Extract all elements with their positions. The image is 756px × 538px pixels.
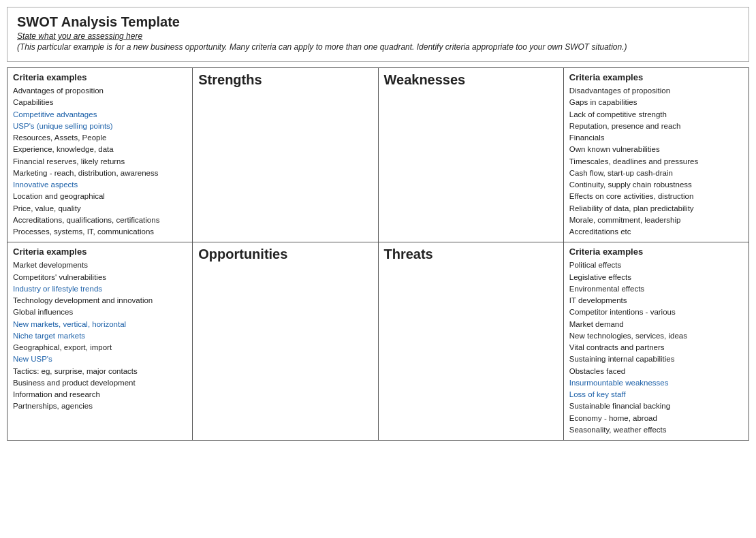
header-section: SWOT Analysis Template State what you ar… (7, 7, 749, 62)
list-item: Price, value, quality (13, 203, 187, 215)
list-item: Technology development and innovation (13, 295, 187, 306)
list-item: Information and research (13, 389, 187, 400)
list-item: Timescales, deadlines and pressures (569, 156, 743, 168)
swot-table: Criteria examples Advantages of proposit… (7, 67, 749, 441)
weaknesses-criteria-list: Disadvantages of propositionGaps in capa… (569, 85, 743, 238)
list-item: Political effects (569, 259, 743, 271)
strengths-criteria-cell: Criteria examples Advantages of proposit… (7, 68, 193, 242)
threats-criteria-list: Political effectsLegislative effectsEnvi… (569, 259, 743, 436)
list-item: Sustainable financial backing (569, 400, 743, 412)
list-item: Legislative effects (569, 272, 743, 283)
opportunities-cell: Opportunities (193, 242, 378, 441)
list-item: Competitor intentions - various (569, 306, 743, 318)
threats-cell: Threats (378, 242, 563, 441)
list-item: Economy - home, abroad (569, 413, 743, 424)
page-title: SWOT Analysis Template (17, 14, 739, 30)
list-item: Partnerships, agencies (13, 400, 187, 412)
opportunities-criteria-cell: Criteria examples Market developmentsCom… (7, 242, 193, 441)
list-item: Geographical, export, import (13, 342, 187, 353)
list-item: Financials (569, 132, 743, 144)
list-item: Seasonality, weather effects (569, 424, 743, 436)
list-item: Marketing - reach, distribution, awarene… (13, 168, 187, 179)
strengths-cell: Strengths (193, 68, 378, 242)
strengths-weaknesses-row: Criteria examples Advantages of proposit… (7, 68, 749, 242)
list-item: Reliability of data, plan predictability (569, 203, 743, 215)
list-item: Global influences (13, 306, 187, 318)
list-item: Location and geographical (13, 191, 187, 202)
list-item: Morale, commitment, leadership (569, 215, 743, 226)
list-item: Industry or lifestyle trends (13, 283, 187, 295)
list-item: Own known vulnerabilities (569, 144, 743, 155)
list-item: Obstacles faced (569, 366, 743, 377)
weaknesses-header: Weaknesses (384, 72, 558, 88)
list-item: Accreditations etc (569, 226, 743, 238)
list-item: Niche target markets (13, 330, 187, 342)
strengths-criteria-list: Advantages of propositionCapabilitiesCom… (13, 85, 187, 238)
list-item: Tactics: eg, surprise, major contacts (13, 366, 187, 377)
list-item: Environmental effects (569, 283, 743, 295)
strengths-header: Strengths (198, 72, 372, 88)
opportunities-header: Opportunities (198, 247, 372, 262)
list-item: IT developments (569, 295, 743, 306)
list-item: New technologies, services, ideas (569, 330, 743, 342)
list-item: Sustaining internal capabilities (569, 353, 743, 365)
list-item: Continuity, supply chain robustness (569, 179, 743, 191)
list-item: Market demand (569, 319, 743, 330)
subtitle: State what you are assessing here (17, 31, 739, 41)
description: (This particular example is for a new bu… (17, 42, 739, 52)
list-item: New USP's (13, 353, 187, 365)
list-item: Capabilities (13, 97, 187, 108)
list-item: Lack of competitive strength (569, 109, 743, 121)
list-item: Financial reserves, likely returns (13, 156, 187, 168)
list-item: Advantages of proposition (13, 85, 187, 97)
strengths-criteria-header: Criteria examples (13, 72, 187, 82)
list-item: Vital contracts and partners (569, 342, 743, 353)
list-item: Processes, systems, IT, communications (13, 226, 187, 238)
list-item: Innovative aspects (13, 179, 187, 191)
opportunities-threats-row: Criteria examples Market developmentsCom… (7, 242, 749, 441)
list-item: Experience, knowledge, data (13, 144, 187, 155)
list-item: Business and product development (13, 377, 187, 389)
list-item: Loss of key staff (569, 389, 743, 400)
opportunities-criteria-header: Criteria examples (13, 247, 187, 257)
list-item: USP's (unique selling points) (13, 121, 187, 132)
list-item: New markets, vertical, horizontal (13, 319, 187, 330)
weaknesses-cell: Weaknesses (378, 68, 563, 242)
list-item: Cash flow, start-up cash-drain (569, 168, 743, 179)
opportunities-criteria-list: Market developmentsCompetitors' vulnerab… (13, 259, 187, 412)
list-item: Resources, Assets, People (13, 132, 187, 144)
threats-header: Threats (384, 247, 558, 262)
list-item: Market developments (13, 259, 187, 271)
list-item: Insurmountable weaknesses (569, 377, 743, 389)
list-item: Effects on core activities, distruction (569, 191, 743, 202)
list-item: Gaps in capabilities (569, 97, 743, 108)
weaknesses-criteria-cell: Criteria examples Disadvantages of propo… (563, 68, 749, 242)
weaknesses-criteria-header: Criteria examples (569, 72, 743, 82)
threats-criteria-header: Criteria examples (569, 247, 743, 257)
list-item: Competitive advantages (13, 109, 187, 121)
list-item: Disadvantages of proposition (569, 85, 743, 97)
list-item: Reputation, presence and reach (569, 121, 743, 132)
list-item: Competitors' vulnerabilities (13, 272, 187, 283)
list-item: Accreditations, qualifications, certific… (13, 215, 187, 226)
threats-criteria-cell: Criteria examples Political effectsLegis… (563, 242, 749, 441)
